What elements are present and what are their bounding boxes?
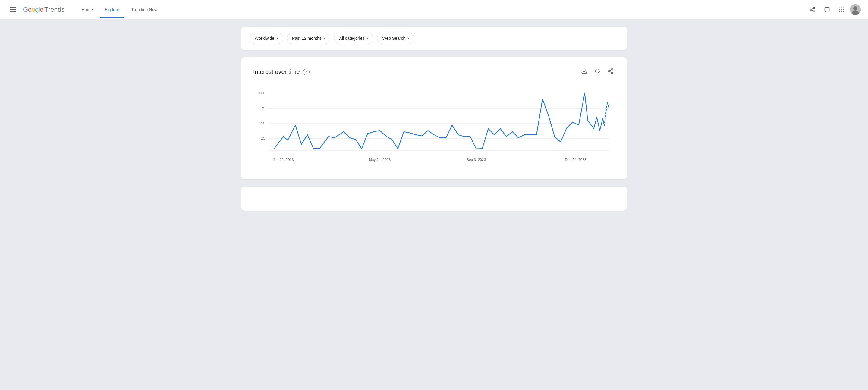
svg-line-22 (610, 71, 612, 72)
logo-g: G (23, 6, 28, 13)
google-logo-text: Google (23, 6, 43, 13)
share-button[interactable] (807, 4, 818, 16)
trends-logo-text: Trends (44, 6, 65, 13)
search-type-filter-label: Web Search (382, 36, 405, 41)
svg-text:Dec 24, 2023: Dec 24, 2023 (565, 158, 587, 162)
svg-line-23 (610, 70, 612, 70)
svg-text:Jan 22, 2023: Jan 22, 2023 (273, 158, 294, 162)
trend-chart: 100 75 50 25 Jan 22, 2023 May 14, 2023 S… (253, 84, 615, 169)
chart-title: Interest over time (253, 68, 300, 76)
svg-text:Sep 3, 2023: Sep 3, 2023 (467, 158, 486, 162)
bottom-card (241, 186, 627, 211)
svg-point-8 (843, 7, 844, 8)
svg-point-13 (841, 11, 842, 12)
svg-text:75: 75 (261, 106, 265, 110)
share-chart-button[interactable] (607, 67, 615, 77)
filter-bar: Worldwide ▾ Past 12 months ▾ All categor… (241, 27, 627, 50)
svg-line-3 (812, 10, 813, 11)
svg-point-10 (841, 9, 842, 10)
time-chevron-icon: ▾ (324, 37, 325, 40)
category-chevron-icon: ▾ (367, 37, 368, 40)
svg-point-11 (843, 9, 844, 10)
search-type-chevron-icon: ▾ (408, 37, 409, 40)
app-header: Google Trends Home Explore Trending Now (0, 0, 868, 19)
category-filter-label: All categories (339, 36, 364, 41)
svg-point-7 (841, 7, 842, 8)
svg-point-6 (839, 7, 840, 8)
header-actions (807, 4, 861, 16)
location-filter[interactable]: Worldwide ▾ (250, 33, 283, 44)
nav-trending-now[interactable]: Trending Now (127, 1, 162, 18)
nav-home[interactable]: Home (77, 1, 98, 18)
apps-button[interactable] (835, 4, 847, 16)
svg-text:May 14, 2023: May 14, 2023 (369, 158, 391, 162)
hamburger-menu-button[interactable] (7, 5, 18, 14)
main-nav: Home Explore Trending Now (77, 1, 162, 18)
trend-line-dotted (604, 102, 609, 126)
time-filter[interactable]: Past 12 months ▾ (287, 33, 330, 44)
search-type-filter[interactable]: Web Search ▾ (377, 33, 414, 44)
google-trends-logo: Google Trends (23, 6, 65, 13)
svg-line-4 (812, 8, 813, 9)
chart-title-group: Interest over time ? (253, 68, 310, 76)
main-content: Worldwide ▾ Past 12 months ▾ All categor… (217, 19, 651, 218)
logo-g2: g (35, 6, 38, 13)
chart-header: Interest over time ? (253, 67, 615, 77)
svg-point-9 (839, 9, 840, 10)
chart-actions (580, 67, 615, 77)
category-filter[interactable]: All categories ▾ (334, 33, 373, 44)
logo-o1: o (28, 6, 32, 13)
logo-e: e (40, 6, 43, 13)
logo-o2: o (31, 6, 35, 13)
header-left: Google Trends (7, 5, 65, 14)
location-chevron-icon: ▾ (277, 37, 278, 40)
svg-point-14 (843, 11, 844, 12)
svg-text:50: 50 (261, 121, 265, 125)
chart-section: Interest over time ? (241, 57, 627, 179)
help-icon[interactable]: ? (303, 69, 310, 76)
svg-rect-5 (825, 7, 830, 11)
embed-button[interactable] (593, 67, 601, 77)
svg-text:100: 100 (258, 91, 265, 95)
svg-text:25: 25 (261, 136, 265, 141)
user-avatar[interactable] (850, 4, 861, 15)
time-filter-label: Past 12 months (292, 36, 321, 41)
trend-line (274, 93, 604, 149)
location-filter-label: Worldwide (255, 36, 274, 41)
svg-point-16 (853, 6, 858, 10)
download-button[interactable] (580, 67, 588, 77)
trend-chart-container: 100 75 50 25 Jan 22, 2023 May 14, 2023 S… (253, 84, 615, 170)
svg-point-12 (839, 11, 840, 12)
nav-explore[interactable]: Explore (100, 1, 124, 18)
feedback-button[interactable] (821, 4, 833, 16)
